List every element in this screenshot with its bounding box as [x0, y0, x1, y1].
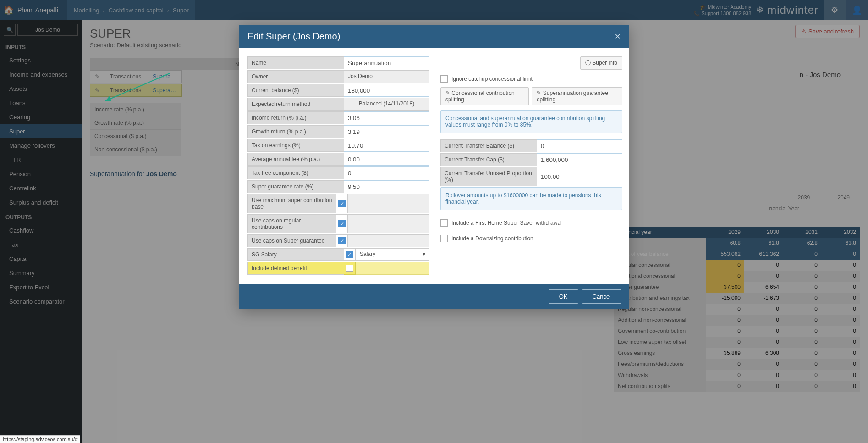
tax-free-component-field[interactable] [344, 166, 429, 179]
super-guarantee-rate-field[interactable] [344, 180, 429, 193]
transfer-cap-field[interactable] [537, 153, 622, 166]
modal-title: Edit Super (Jos Demo) [247, 31, 340, 42]
cancel-button[interactable]: Cancel [582, 289, 621, 304]
name-field[interactable] [344, 56, 429, 69]
caps-sg-checkbox[interactable]: ✓ [336, 234, 348, 247]
downsizing-label: Include a Downsizing contribution [451, 235, 533, 242]
chevron-down-icon: ▾ [423, 251, 425, 258]
rollover-note: Rollover amounts up to $1600000 can be m… [440, 187, 622, 210]
current-balance-field[interactable] [344, 84, 429, 97]
modal-left-column: Name OwnerJos Demo Current balance ($) E… [247, 56, 429, 276]
super-info-button[interactable]: ⓘ Super info [580, 56, 622, 70]
transfer-unused-label: Current Transfer Unused Proportion (%) [440, 167, 537, 186]
transfer-balance-label: Current Transfer Balance ($) [440, 139, 537, 152]
max-base-label: Use maximum super contribution base [247, 194, 336, 213]
fhss-checkbox[interactable] [440, 219, 448, 227]
growth-return-label: Growth return (% p.a.) [247, 125, 344, 138]
caps-regular-checkbox[interactable]: ✓ [336, 214, 348, 233]
transfer-unused-field[interactable] [537, 167, 622, 186]
close-icon[interactable]: ✕ [615, 32, 621, 41]
sg-salary-checkbox[interactable]: ✓ [344, 248, 356, 261]
sg-splitting-button[interactable]: ✎ Superannuation guarantee splitting [532, 87, 622, 105]
ignore-catchup-label: Ignore catchup concessional limit [451, 76, 533, 82]
splitting-note: Concessional and superannuation guarante… [440, 110, 622, 133]
income-return-field[interactable] [344, 111, 429, 124]
downsizing-checkbox[interactable] [440, 235, 448, 242]
super-guarantee-rate-label: Super guarantee rate (%) [247, 180, 344, 193]
annual-fee-label: Average annual fee (% p.a.) [247, 153, 344, 166]
name-label: Name [247, 56, 344, 69]
expected-return-label: Expected return method [247, 98, 344, 111]
ok-button[interactable]: OK [549, 289, 578, 304]
owner-value: Jos Demo [344, 70, 429, 83]
caps-sg-label: Use caps on Super guarantee [247, 234, 336, 247]
fhss-label: Include a First Home Super Saver withdra… [451, 220, 562, 226]
concessional-splitting-button[interactable]: ✎ Concessional contribution splitting [440, 87, 529, 105]
transfer-balance-field[interactable] [537, 139, 622, 152]
caps-regular-label: Use caps on regular contributions [247, 214, 336, 233]
status-bar: https://staging.adviceos.com.au/# [0, 435, 80, 443]
sg-salary-select[interactable]: Salary▾ [356, 248, 429, 261]
edit-super-modal: Edit Super (Jos Demo) ✕ Name OwnerJos De… [239, 25, 629, 309]
include-defined-benefit-checkbox[interactable] [344, 262, 356, 275]
sg-salary-label: SG Salary [247, 248, 344, 261]
income-return-label: Income return (% p.a.) [247, 111, 344, 124]
ignore-catchup-checkbox[interactable] [440, 75, 448, 83]
tax-earnings-label: Tax on earnings (%) [247, 139, 344, 152]
owner-label: Owner [247, 70, 344, 83]
current-balance-label: Current balance ($) [247, 84, 344, 97]
include-defined-benefit-label: Include defined benefit [247, 262, 344, 275]
tax-earnings-field[interactable] [344, 139, 429, 152]
modal-right-column: ⓘ Super info Ignore catchup concessional… [440, 56, 622, 276]
tax-free-component-label: Tax free component ($) [247, 166, 344, 179]
expected-return-value[interactable]: Balanced (14/11/2018) [344, 98, 429, 111]
growth-return-field[interactable] [344, 125, 429, 138]
max-base-checkbox[interactable]: ✓ [336, 194, 348, 213]
transfer-cap-label: Current Transfer Cap ($) [440, 153, 537, 166]
annual-fee-field[interactable] [344, 153, 429, 166]
